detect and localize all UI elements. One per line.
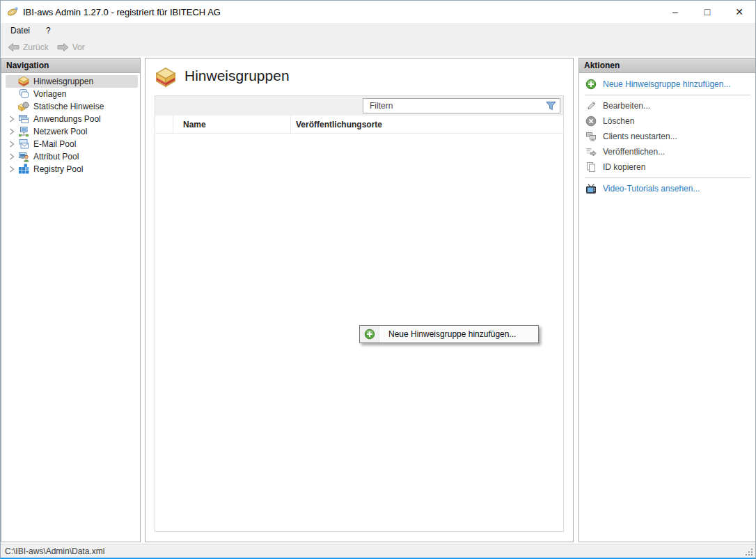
forward-arrow-icon: [57, 43, 69, 52]
maximize-button[interactable]: □: [691, 1, 723, 23]
actions-list: Neue Hinweisgruppe hinzufügen... Bearbei…: [579, 73, 756, 196]
add-icon: [364, 329, 375, 340]
actions-panel: Aktionen Neue Hinweisgruppe hinzufügen..…: [578, 58, 756, 542]
main-panel: Hinweisgruppen Name Veröffentlichungsort…: [145, 58, 574, 542]
action-bearbeiten[interactable]: Bearbeiten...: [579, 98, 756, 113]
action-label: ID kopieren: [603, 162, 645, 172]
action-label: Neue Hinweisgruppe hinzufügen...: [603, 79, 730, 89]
back-button[interactable]: Zurück: [3, 41, 53, 54]
nav-item-statische-hinweise[interactable]: Statische Hinweise: [6, 100, 138, 113]
data-file-path: C:\IBI-aws\Admin\Data.xml: [1, 546, 104, 556]
attribut-pool-icon: [18, 151, 29, 162]
actions-separator: [585, 178, 750, 178]
action-add-hinweisgruppe[interactable]: Neue Hinweisgruppe hinzufügen...: [579, 77, 756, 92]
chevron-spacer: [6, 77, 18, 86]
nav-item-attribut-pool[interactable]: Attribut Pool: [6, 150, 138, 163]
delete-icon: [585, 116, 597, 127]
action-label: Clients neustarten...: [603, 132, 677, 141]
filter-bar: [155, 96, 563, 116]
action-video-tutorials[interactable]: Video-Tutorials ansehen...: [579, 181, 756, 196]
nav-item-anwendungs-pool[interactable]: Anwendungs Pool: [6, 113, 138, 125]
nav-item-label: Vorlagen: [33, 89, 66, 99]
filter-input[interactable]: [363, 98, 560, 113]
menu-help[interactable]: ?: [40, 24, 57, 37]
nav-item-netzwerk-pool[interactable]: Netzwerk Pool: [6, 125, 138, 138]
chevron-right-icon: [9, 165, 15, 173]
chevron-right-icon: [9, 140, 15, 148]
nav-item-email-pool[interactable]: E-Mail Pool: [6, 138, 138, 150]
table-header: Name Veröffentlichungsorte: [155, 116, 563, 134]
nav-item-hinweisgruppen[interactable]: Hinweisgruppen: [6, 75, 138, 88]
statusbar: C:\IBI-aws\Admin\Data.xml: [1, 544, 755, 558]
chevron-spacer: [6, 89, 18, 99]
registry-pool-icon: [18, 164, 29, 175]
publish-icon: [585, 146, 597, 157]
chevron-spacer: [6, 102, 18, 111]
window-title: IBI-aws Admin 1.27.0 - registriert für I…: [23, 7, 221, 17]
forward-label: Vor: [72, 42, 85, 52]
app-window: IBI-aws Admin 1.27.0 - registriert für I…: [0, 0, 756, 559]
table-gutter-column: [155, 116, 173, 133]
close-button[interactable]: ✕: [723, 1, 755, 23]
chevron-right-icon: [9, 152, 15, 161]
nav-item-label: Hinweisgruppen: [33, 77, 93, 86]
context-menu: Neue Hinweisgruppe hinzufügen...: [359, 325, 539, 343]
filter-icon[interactable]: [546, 101, 556, 111]
window-controls: – □ ✕: [659, 1, 755, 23]
pencil-icon: [585, 100, 597, 111]
action-label: Video-Tutorials ansehen...: [603, 184, 700, 194]
back-label: Zurück: [23, 42, 49, 52]
action-loeschen[interactable]: Löschen: [579, 113, 756, 129]
nav-item-registry-pool[interactable]: Registry Pool: [6, 163, 138, 175]
nav-item-label: Netzwerk Pool: [33, 127, 87, 136]
copy-icon: [585, 162, 597, 173]
context-menu-item-add-hinweisgruppe[interactable]: Neue Hinweisgruppe hinzufügen...: [379, 329, 516, 339]
nav-item-label: Attribut Pool: [33, 152, 79, 162]
hinweisgruppen-icon: [18, 76, 29, 87]
action-clients-neustarten[interactable]: Clients neustarten...: [579, 129, 756, 144]
action-label: Veröffentlichen...: [603, 147, 665, 157]
action-label: Löschen: [603, 116, 634, 126]
main-header: Hinweisgruppen: [145, 58, 573, 95]
app-icon: [6, 6, 19, 17]
navigation-list: Hinweisgruppen Vorlagen: [1, 73, 140, 175]
action-veroeffentlichen[interactable]: Veröffentlichen...: [579, 144, 756, 159]
context-menu-icon-gutter: [360, 326, 379, 343]
nav-item-vorlagen[interactable]: Vorlagen: [6, 88, 138, 100]
chevron-right-icon: [9, 127, 15, 136]
back-arrow-icon: [8, 43, 19, 52]
anwendungs-pool-icon: [18, 113, 29, 125]
minimize-button[interactable]: –: [659, 1, 691, 23]
hinweisgruppen-title-icon: [155, 67, 176, 88]
hinweisgruppen-list: Name Veröffentlichungsorte: [155, 95, 564, 532]
actions-header: Aktionen: [579, 58, 756, 73]
video-tutorials-icon: [585, 183, 597, 194]
email-pool-icon: [18, 139, 29, 150]
resize-grip[interactable]: [745, 548, 754, 557]
navigation-panel: Navigation Hinweisgruppen: [1, 58, 141, 542]
page-title: Hinweisgruppen: [184, 68, 290, 84]
chevron-right-icon: [9, 115, 15, 123]
add-icon: [585, 79, 597, 90]
nav-item-label: Anwendungs Pool: [33, 114, 101, 124]
vorlagen-icon: [18, 88, 29, 100]
action-id-kopieren[interactable]: ID kopieren: [579, 159, 756, 175]
nav-item-label: Registry Pool: [33, 164, 83, 174]
nav-item-label: Statische Hinweise: [33, 102, 104, 111]
netzwerk-pool-icon: [18, 126, 29, 137]
titlebar: IBI-aws Admin 1.27.0 - registriert für I…: [1, 1, 755, 23]
menubar: Datei ?: [1, 23, 755, 38]
menu-datei[interactable]: Datei: [4, 24, 36, 37]
toolbar: Zurück Vor: [1, 38, 755, 56]
actions-separator: [585, 95, 750, 95]
clients-restart-icon: [585, 131, 597, 142]
nav-item-label: E-Mail Pool: [33, 139, 76, 149]
forward-button[interactable]: Vor: [53, 41, 89, 54]
action-label: Bearbeiten...: [603, 101, 650, 111]
column-header-name[interactable]: Name: [173, 116, 291, 133]
column-header-veroeffentlichungsorte[interactable]: Veröffentlichungsorte: [291, 116, 382, 133]
navigation-header: Navigation: [1, 58, 140, 73]
statische-hinweise-icon: [18, 101, 29, 112]
